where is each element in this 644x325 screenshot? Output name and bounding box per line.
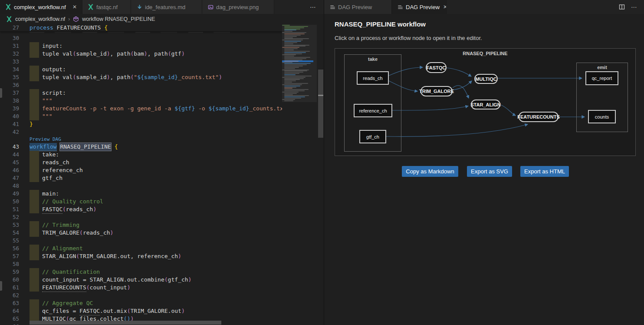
code-line-45[interactable]: 45reads_ch	[0, 159, 282, 166]
code-line-51[interactable]: 51FASTQC(reads_ch)	[0, 206, 282, 213]
dag-node-qc_report[interactable]: qc_report	[585, 71, 618, 85]
code-line-60[interactable]: 60count_input = STAR_ALIGN.out.combine(g…	[0, 276, 282, 284]
code-line-37[interactable]: 37script:	[0, 89, 282, 97]
gutter-change-block	[30, 66, 39, 73]
gutter-change-block	[30, 206, 39, 213]
code-line-53[interactable]: 53// Trimming	[0, 221, 282, 229]
code-line-54[interactable]: 54TRIM_GALORE(reads_ch)	[0, 229, 282, 237]
code-line-47[interactable]: 47gtf_ch	[0, 174, 282, 182]
minimap[interactable]	[282, 24, 317, 325]
code-line-52[interactable]: 52	[0, 213, 282, 221]
code-line-50[interactable]: 50// Quality control	[0, 198, 282, 206]
breadcrumb: complex_workflow.nf › workflow RNASEQ_PI…	[0, 14, 324, 24]
minimap-line	[284, 58, 306, 59]
dag-node-MULTIQC[interactable]: MULTIQC	[474, 74, 498, 84]
tab-right-dag-preview[interactable]: DAG Preview	[324, 0, 392, 14]
code-line-39[interactable]: 39featureCounts -p -t exon -g gene_id -a…	[0, 105, 282, 113]
code-token: qc_files =	[42, 307, 79, 315]
codelens-preview-dag[interactable]: Preview DAG	[0, 136, 282, 143]
dag-node-gtf_ch[interactable]: gtf_ch	[359, 130, 386, 143]
dag-node-reference_ch[interactable]: reference_ch	[354, 104, 392, 117]
code-line-63[interactable]: 63// Aggregate QC	[0, 299, 282, 307]
dag-node-TRIM_GALORE[interactable]: TRIM_GALORE	[421, 86, 453, 96]
code-line-31[interactable]: 31input:	[0, 42, 282, 50]
code-line-36[interactable]: 36	[0, 81, 282, 89]
line-number: 65	[0, 315, 19, 323]
code-line-58[interactable]: 58	[0, 260, 282, 268]
more-actions-icon[interactable]: ⋯	[631, 3, 638, 10]
gutter-change-block	[30, 307, 39, 315]
dag-node-FASTQC[interactable]: FASTQC	[426, 62, 447, 73]
code-line-34[interactable]: 34output:	[0, 66, 282, 73]
minimap-line	[284, 90, 305, 91]
line-number: 56	[0, 245, 19, 252]
minimap-line	[282, 70, 309, 70]
tab-left-dag-preview-png[interactable]: dag_preview.png	[202, 0, 274, 14]
code-line-61[interactable]: 61FEATURECOUNTS(count_input)	[0, 284, 282, 292]
code-token: )	[107, 73, 110, 81]
code-line-41[interactable]: 41}	[0, 120, 282, 128]
code-line-33[interactable]: 33	[0, 58, 282, 66]
close-tab-icon[interactable]: ✕	[72, 4, 78, 10]
tab-left-fastqc-nf[interactable]: fastqc.nf	[82, 0, 131, 14]
code-token: (	[72, 73, 76, 81]
code-line-40[interactable]: 40"""	[0, 113, 282, 120]
horizontal-scrollbar[interactable]	[30, 321, 221, 325]
code-line-46[interactable]: 46reference_ch	[0, 166, 282, 174]
code-token: (	[72, 50, 76, 58]
copy-as-markdown-button[interactable]: Copy as Markdown	[402, 166, 458, 177]
code-line-55[interactable]: 55	[0, 237, 282, 245]
vertical-scrollbar[interactable]	[318, 70, 323, 138]
tab-right-dag-preview[interactable]: DAG Preview✕	[392, 0, 447, 14]
line-number: 45	[0, 159, 19, 166]
code-line-49[interactable]: 49main:	[0, 190, 282, 198]
code-line-43[interactable]: 43workflow RNASEQ_PIPELINE {	[0, 143, 282, 151]
code-line-27[interactable]: 27process FEATURECOUNTS {	[0, 24, 282, 31]
export-as-svg-button[interactable]: Export as SVG	[467, 166, 512, 177]
code-line-59[interactable]: 59// Quantification	[0, 268, 282, 276]
gutter-change-block	[30, 190, 39, 198]
dag-node-reads_ch[interactable]: reads_ch	[357, 71, 389, 85]
more-tabs-button[interactable]: ⋯	[303, 3, 324, 10]
export-as-html-button[interactable]: Export as HTML	[520, 166, 569, 177]
line-number: 37	[0, 89, 19, 97]
code-token: TRIM_GALORE.out, reference_ch	[79, 252, 178, 260]
minimap-line	[282, 25, 290, 26]
tab-left-complex-workflow-nf[interactable]: complex_workflow.nf✕	[0, 0, 82, 14]
tab-left-ide-features-md[interactable]: ide_features.md	[131, 0, 202, 14]
code-lines[interactable]: 27process FEATURECOUNTS {3031input:32tup…	[0, 24, 282, 325]
breadcrumb-file[interactable]: complex_workflow.nf	[15, 16, 65, 22]
dag-node-FEATURECOUNTS[interactable]: FEATURECOUNTS	[519, 112, 559, 122]
split-editor-icon[interactable]	[619, 4, 625, 10]
code-token: """	[42, 113, 52, 120]
code-line-48[interactable]: 48	[0, 182, 282, 190]
close-tab-icon[interactable]: ✕	[442, 4, 447, 10]
code-line-56[interactable]: 56// Alignment	[0, 245, 282, 252]
gutter-change-block	[30, 174, 39, 182]
dag-edge-TRIM_GALORE-to-STAR_ALIGN	[453, 86, 469, 98]
dag-preview-panel: RNASEQ_PIPELINE workflow Click on a proc…	[324, 14, 644, 325]
code-line-42[interactable]: 42	[0, 128, 282, 136]
code-token: )	[107, 50, 110, 58]
minimap-line	[284, 76, 312, 76]
dag-group-label: emit	[577, 65, 628, 70]
code-editor[interactable]: 27process FEATURECOUNTS {3031input:32tup…	[0, 24, 324, 325]
code-line-44[interactable]: 44take:	[0, 151, 282, 159]
code-token: count_input	[90, 284, 127, 292]
line-number: 42	[0, 128, 19, 136]
minimap-line	[284, 64, 307, 65]
dag-node-counts[interactable]: counts	[588, 110, 616, 123]
dag-edge-gtf_ch-to-FEATURECOUNTS	[386, 124, 528, 136]
code-line-62[interactable]: 62	[0, 292, 282, 299]
code-line-32[interactable]: 32tuple val(sample_id), path(bam), path(…	[0, 50, 282, 58]
breadcrumb-symbol[interactable]: workflow RNASEQ_PIPELINE	[82, 16, 155, 22]
dag-node-STAR_ALIGN[interactable]: STAR_ALIGN	[471, 99, 500, 109]
code-line-64[interactable]: 64qc_files = FASTQC.out.mix(TRIM_GALORE.…	[0, 307, 282, 315]
code-token: (	[168, 50, 171, 58]
code-token: }	[30, 120, 33, 128]
code-line-57[interactable]: 57STAR_ALIGN(TRIM_GALORE.out, reference_…	[0, 252, 282, 260]
code-line-38[interactable]: 38"""	[0, 97, 282, 105]
code-line-30[interactable]: 30	[0, 34, 282, 42]
code-line-35[interactable]: 35tuple val(sample_id), path("${sample_i…	[0, 73, 282, 81]
dag-edge-TRIM_GALORE-to-MULTIQC	[453, 81, 472, 90]
